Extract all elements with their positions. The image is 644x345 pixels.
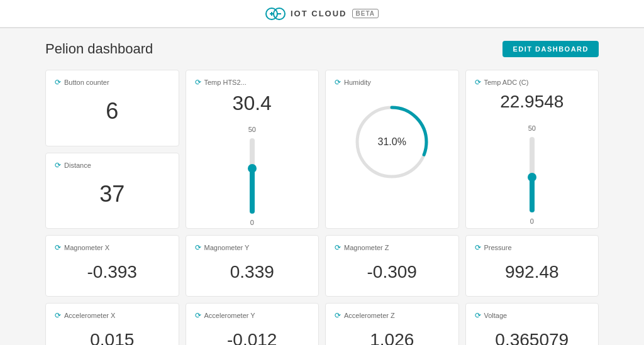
widget-mag-x-value: -0.393	[55, 257, 170, 287]
widget-acc-z-value: 1.026	[335, 325, 450, 345]
slider-fill-temp	[250, 168, 255, 214]
top-grid: ⟳ Button counter 6 ⟳ Temp HTS2... 30.4 5…	[45, 70, 599, 229]
widget-distance-icon: ⟳	[55, 161, 61, 170]
widget-button-counter-value: 6	[55, 92, 170, 131]
widget-pressure-value: 992.48	[475, 257, 590, 287]
widget-voltage-value: 0.365079	[475, 325, 590, 345]
widget-acc-z-label: ⟳ Accelerometer Z	[335, 311, 450, 320]
accelerometer-grid: ⟳ Accelerometer X 0.015 ⟳ Accelerometer …	[45, 303, 599, 345]
slider-widget-temp: 30.4 50 0	[195, 92, 310, 233]
widget-acc-z-icon: ⟳	[335, 311, 341, 320]
temp-hts-value: 30.4	[233, 92, 272, 115]
temp-adc-value: 22.9548	[500, 92, 564, 112]
page-title: Pelion dashboard	[45, 41, 153, 57]
widget-magnometer-x: ⟳ Magnometer X -0.393	[45, 235, 179, 297]
slider-container-adc: 50 0	[528, 116, 536, 233]
widget-magnometer-z: ⟳ Magnometer Z -0.309	[325, 235, 459, 297]
gauge-widget-humidity: 31.0%	[335, 92, 450, 192]
widget-button-counter: ⟳ Button counter 6	[45, 70, 179, 146]
widget-mag-z-label: ⟳ Magnometer Z	[335, 243, 450, 252]
slider-container-temp: 50 0	[248, 119, 256, 233]
slider-track-adc	[530, 137, 535, 212]
widget-voltage-label: ⟳ Voltage	[475, 311, 590, 320]
widget-magnometer-y: ⟳ Magnometer Y 0.339	[186, 235, 319, 297]
slider-thumb-temp	[248, 164, 257, 173]
slider-thumb-adc	[528, 173, 536, 182]
widget-acc-x-label: ⟳ Accelerometer X	[55, 311, 170, 320]
widget-pressure-label: ⟳ Pressure	[475, 243, 590, 252]
widget-temp-adc-icon: ⟳	[475, 78, 481, 87]
arduino-logo-icon	[265, 8, 286, 20]
widget-mag-y-icon: ⟳	[195, 243, 201, 252]
widget-mag-z-icon: ⟳	[335, 243, 341, 252]
top-nav-bar: IOT CLOUD BETA	[0, 0, 644, 28]
slider-fill-adc	[530, 177, 535, 212]
widget-acc-y-label: ⟳ Accelerometer Y	[195, 311, 310, 320]
widget-distance: ⟳ Distance 37	[45, 153, 179, 229]
widget-pressure: ⟳ Pressure 992.48	[465, 235, 599, 297]
slider-min-temp: 0	[250, 219, 254, 226]
slider-min-adc: 0	[530, 217, 534, 225]
widget-button-counter-label: ⟳ Button counter	[55, 78, 170, 87]
slider-max-temp: 50	[248, 126, 256, 133]
widget-mag-x-icon: ⟳	[55, 243, 61, 252]
main-content: Pelion dashboard EDIT DASHBOARD ⟳ Button…	[39, 28, 605, 345]
beta-badge: BETA	[352, 9, 379, 18]
edit-dashboard-button[interactable]: EDIT DASHBOARD	[502, 41, 599, 57]
widget-humidity: ⟳ Humidity 31.0%	[325, 70, 459, 229]
widget-mag-x-label: ⟳ Magnometer X	[55, 243, 170, 252]
widget-distance-label: ⟳ Distance	[55, 161, 170, 170]
iot-cloud-text: IOT CLOUD	[291, 9, 347, 18]
widget-distance-value: 37	[55, 175, 170, 214]
slider-max-adc: 50	[528, 124, 536, 132]
widget-accelerometer-z: ⟳ Accelerometer Z 1.026	[325, 303, 459, 345]
magnometer-grid: ⟳ Magnometer X -0.393 ⟳ Magnometer Y 0.3…	[45, 235, 599, 297]
logo-container: IOT CLOUD BETA	[265, 8, 379, 20]
widget-mag-y-value: 0.339	[195, 257, 310, 287]
slider-widget-adc: 22.9548 50 0	[475, 92, 590, 233]
gauge-circle-humidity: 31.0%	[351, 101, 433, 183]
widget-pressure-icon: ⟳	[475, 243, 481, 252]
widget-acc-y-value: -0.012	[195, 325, 310, 345]
widget-icon: ⟳	[55, 78, 61, 87]
widget-temp-hts-label: ⟳ Temp HTS2...	[195, 78, 310, 87]
widget-acc-x-icon: ⟳	[55, 311, 61, 320]
widget-temp-hts: ⟳ Temp HTS2... 30.4 50 0	[186, 70, 319, 229]
widget-temp-adc-label: ⟳ Temp ADC (C)	[475, 78, 590, 87]
widget-voltage-icon: ⟳	[475, 311, 481, 320]
widget-voltage: ⟳ Voltage 0.365079	[465, 303, 599, 345]
gauge-value-humidity: 31.0%	[378, 136, 406, 148]
page-header: Pelion dashboard EDIT DASHBOARD	[45, 41, 599, 57]
slider-track-temp	[250, 138, 255, 214]
widget-humidity-label: ⟳ Humidity	[335, 78, 450, 87]
widget-mag-z-value: -0.309	[335, 257, 450, 287]
widget-accelerometer-x: ⟳ Accelerometer X 0.015	[45, 303, 179, 345]
widget-acc-y-icon: ⟳	[195, 311, 201, 320]
widget-temp-icon: ⟳	[195, 78, 201, 87]
widget-accelerometer-y: ⟳ Accelerometer Y -0.012	[186, 303, 319, 345]
widget-mag-y-label: ⟳ Magnometer Y	[195, 243, 310, 252]
widget-acc-x-value: 0.015	[55, 325, 170, 345]
widget-humidity-icon: ⟳	[335, 78, 341, 87]
widget-temp-adc: ⟳ Temp ADC (C) 22.9548 50 0	[465, 70, 599, 229]
